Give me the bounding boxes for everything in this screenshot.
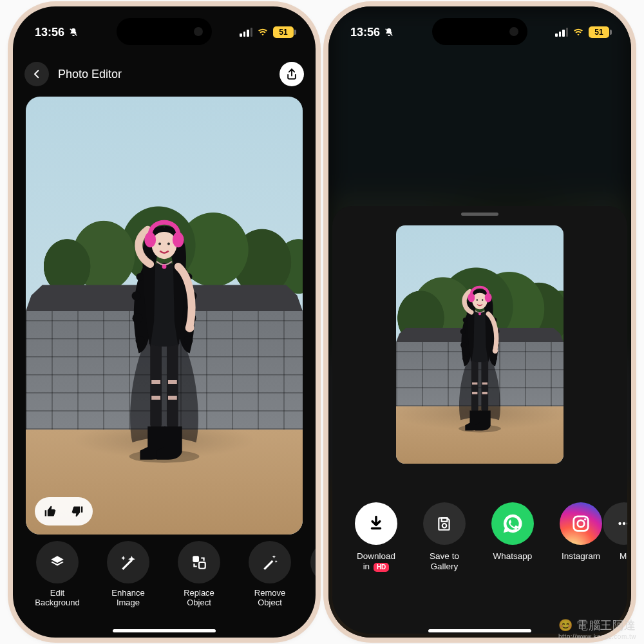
dynamic-island [432,18,527,45]
watermark: 😊 電腦王阿達 http://www.kocpc.com.tw [558,618,636,640]
share-preview[interactable] [396,225,564,464]
svg-rect-19 [193,556,199,562]
svg-point-27 [584,518,586,520]
tool-remove-object[interactable]: RemoveObject [241,541,299,618]
cellular-icon [240,28,252,37]
swap-icon [178,541,220,583]
share-label: Save toGallery [430,551,459,572]
silent-icon [384,27,394,37]
share-more[interactable]: Mor [622,502,627,599]
tool-label: ReplaceObject [184,589,214,608]
image-canvas[interactable] [26,97,303,535]
svg-point-30 [627,522,627,525]
whatsapp-icon [491,502,534,545]
instagram-icon [560,502,602,545]
page-title: Photo Editor [58,68,270,81]
share-whatsapp[interactable]: Whatsapp [486,502,540,599]
phone-editor: 13:56 51 Photo Editor [13,6,316,638]
share-options[interactable]: Downloadin HD Save toGallery Whatsapp In… [332,502,627,599]
wand-icon [249,541,291,583]
tool-label: EnhanceImage [111,589,144,608]
tool-label: RemoveObject [254,589,285,608]
expand-icon [310,541,316,583]
tool-edit-background[interactable]: EditBackground [28,541,86,618]
status-time: 13:56 [35,26,64,39]
home-indicator[interactable] [428,629,531,632]
layers-icon [36,541,79,583]
share-label: Mor [620,551,627,572]
share-instagram[interactable]: Instagram [554,502,608,599]
dynamic-island [117,18,212,45]
share-label: Downloadin HD [357,551,395,572]
share-download-hd[interactable]: Downloadin HD [349,502,403,599]
sheet-grabber[interactable] [461,213,498,216]
share-label: Whatsapp [493,551,533,572]
status-time: 13:56 [350,26,380,39]
svg-point-24 [442,524,447,528]
tool-replace-object[interactable]: ReplaceObject [170,541,228,618]
sparkle-icon [107,541,149,583]
phone-share: 13:56 51 Downloadin HD [328,6,631,638]
home-indicator[interactable] [113,629,216,632]
svg-point-29 [623,522,625,525]
back-button[interactable] [24,62,49,86]
tool-label: EditBackground [35,589,79,608]
silent-icon [68,27,79,37]
cellular-icon [555,28,568,37]
battery-indicator: 51 [589,26,609,38]
thumbs-up-button[interactable] [37,500,63,523]
wifi-icon [256,27,269,37]
download-icon [355,502,397,545]
wifi-icon [572,27,585,37]
editor-topbar: Photo Editor [13,57,316,91]
share-sheet: Downloadin HD Save toGallery Whatsapp In… [332,206,627,634]
share-button[interactable] [279,62,304,86]
share-save-gallery[interactable]: Save toGallery [417,502,471,599]
tool-enhance-image[interactable]: EnhanceImage [99,541,157,618]
svg-rect-25 [574,516,589,531]
save-icon [423,502,466,545]
svg-rect-22 [371,527,381,530]
feedback-pills [35,497,93,526]
battery-indicator: 51 [273,26,294,38]
edited-image [26,97,303,535]
svg-point-26 [578,520,585,527]
share-label: Instagram [562,551,600,572]
tool-image-extend[interactable]: ImagExtenc [312,541,316,618]
svg-rect-20 [199,562,205,569]
thumbs-down-button[interactable] [64,500,90,523]
svg-rect-23 [442,518,448,521]
tool-strip[interactable]: EditBackground EnhanceImage ReplaceObjec… [13,541,316,618]
svg-point-28 [618,522,621,525]
